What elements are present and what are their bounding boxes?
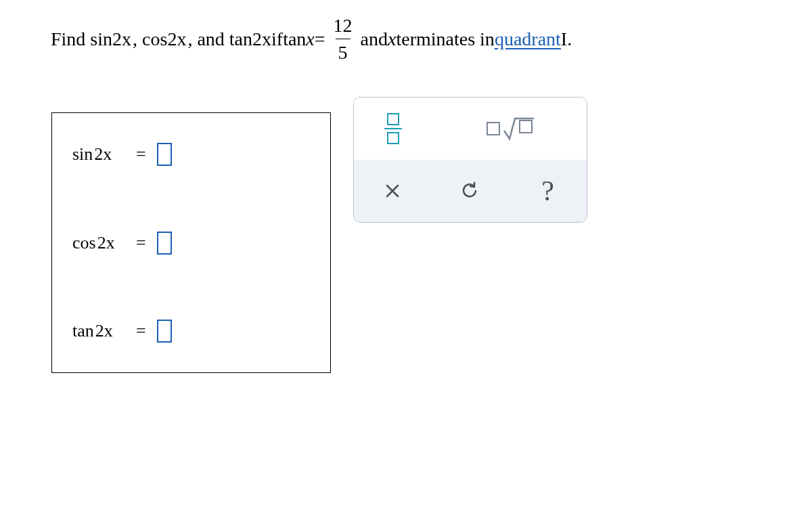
- fraction-12-5: 12 5: [331, 12, 355, 66]
- arg-x: x: [306, 26, 314, 52]
- func-sin: sin: [90, 26, 112, 52]
- label-cos-arg: 2x: [97, 233, 115, 253]
- fraction-icon: [384, 113, 402, 145]
- clear-button[interactable]: [354, 160, 432, 222]
- link-quadrant[interactable]: quadrant: [495, 26, 561, 52]
- eq-3: =: [136, 321, 146, 341]
- input-tan2x[interactable]: [157, 320, 172, 343]
- eq-2: =: [136, 233, 146, 253]
- arg-2x-2: 2x: [167, 26, 186, 52]
- answer-row-cos: cos2x =: [72, 232, 311, 255]
- answer-row-tan: tan2x =: [72, 320, 311, 343]
- question-text: Find sin 2x , cos 2x , and tan 2x if tan…: [51, 12, 802, 66]
- text-I: I.: [561, 26, 572, 52]
- palette-row-actions: ?: [354, 160, 587, 222]
- func-cos: cos: [142, 26, 167, 52]
- label-tan: tan: [72, 321, 94, 341]
- math-palette: ?: [353, 97, 587, 223]
- sqrt-button[interactable]: [432, 97, 587, 160]
- fraction-button[interactable]: [354, 97, 432, 160]
- input-cos2x[interactable]: [157, 232, 172, 255]
- func-tanx: tan: [283, 26, 306, 52]
- answer-panel: sin2x = cos2x = tan2x =: [51, 112, 331, 373]
- numerator: 12: [331, 12, 355, 39]
- palette-row-tools: [354, 97, 587, 160]
- func-tan: tan: [229, 26, 252, 52]
- text-and: and: [361, 26, 388, 52]
- label-sin: sin: [72, 144, 93, 164]
- label-cos: cos: [72, 233, 96, 253]
- text-if: if: [271, 26, 283, 52]
- text-find: Find: [51, 26, 85, 52]
- answer-row-sin: sin2x =: [72, 143, 311, 166]
- help-button[interactable]: ?: [509, 160, 587, 222]
- reset-button[interactable]: [432, 160, 510, 222]
- sqrt-icon: [487, 116, 533, 142]
- label-tan-arg: 2x: [95, 321, 113, 341]
- sep2: , and: [187, 26, 224, 52]
- help-icon: ?: [541, 175, 554, 207]
- eq-1: =: [136, 144, 146, 165]
- close-icon: [384, 183, 401, 199]
- label-sin-arg: 2x: [94, 144, 112, 164]
- arg-2x-1: 2x: [112, 26, 131, 52]
- equals: =: [315, 26, 325, 52]
- denominator: 5: [336, 39, 351, 66]
- var-x: x: [388, 26, 396, 52]
- reset-icon: [461, 181, 480, 200]
- text-terminates: terminates in: [396, 26, 494, 52]
- arg-2x-3: 2x: [252, 26, 271, 52]
- input-sin2x[interactable]: [157, 143, 172, 166]
- sep1: ,: [133, 26, 137, 52]
